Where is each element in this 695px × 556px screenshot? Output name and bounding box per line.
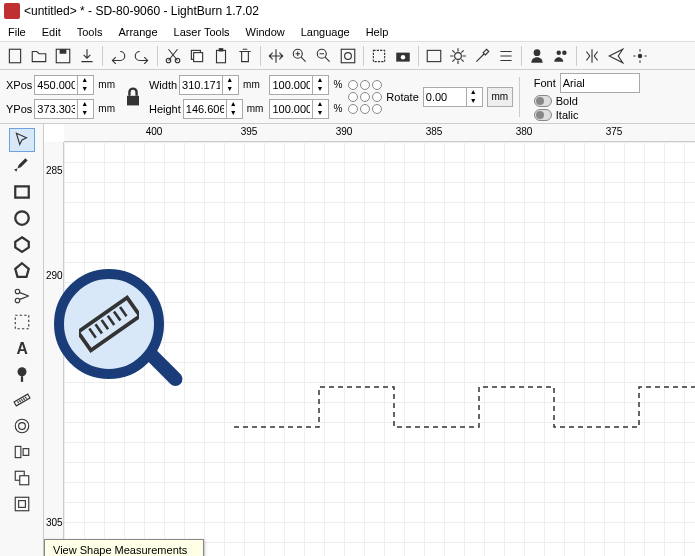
menu-help[interactable]: Help	[366, 26, 389, 38]
height-label: Height	[149, 103, 181, 115]
mirror-icon[interactable]	[581, 45, 603, 67]
svg-point-29	[17, 367, 26, 376]
window-title: <untitled> * - SD-80-9060 - LightBurn 1.…	[24, 4, 259, 18]
rect-tool[interactable]	[9, 180, 35, 204]
paste-icon[interactable]	[210, 45, 232, 67]
text-tool[interactable]: A	[9, 336, 35, 360]
menu-language[interactable]: Language	[301, 26, 350, 38]
ypos-input[interactable]: ▲▼	[34, 99, 94, 119]
font-select[interactable]	[560, 73, 640, 93]
svg-point-25	[15, 298, 20, 303]
pan-icon[interactable]	[265, 45, 287, 67]
italic-toggle[interactable]	[534, 109, 552, 121]
ruler-icon	[79, 294, 139, 354]
user-icon[interactable]	[526, 45, 548, 67]
undo-icon[interactable]	[107, 45, 129, 67]
svg-rect-39	[79, 298, 139, 351]
svg-rect-13	[373, 50, 384, 61]
svg-rect-6	[194, 52, 203, 61]
xpos-input[interactable]: ▲▼	[34, 75, 94, 95]
svg-point-32	[18, 423, 25, 430]
menu-file[interactable]: File	[8, 26, 26, 38]
open-icon[interactable]	[28, 45, 50, 67]
svg-rect-36	[19, 476, 28, 485]
canvas[interactable]: 400 395 390 385 380 375 370 285 290 305 …	[44, 124, 695, 556]
rotate-input[interactable]: ▲▼	[423, 87, 483, 107]
title-bar: <untitled> * - SD-80-9060 - LightBurn 1.…	[0, 0, 695, 22]
tools-icon[interactable]	[471, 45, 493, 67]
bold-toggle[interactable]	[534, 95, 552, 107]
pin-tool[interactable]	[9, 362, 35, 386]
scale-y-input[interactable]: ▲▼	[269, 99, 329, 119]
svg-point-31	[15, 419, 29, 433]
send-icon[interactable]	[605, 45, 627, 67]
xpos-label: XPos	[6, 79, 32, 91]
ypos-label: YPos	[6, 103, 32, 115]
pentagon-tool[interactable]	[9, 258, 35, 282]
svg-rect-11	[341, 49, 355, 63]
copy-tool[interactable]	[9, 466, 35, 490]
outline-tool[interactable]	[9, 414, 35, 438]
list-icon[interactable]	[495, 45, 517, 67]
group-tool[interactable]	[9, 492, 35, 516]
delete-icon[interactable]	[234, 45, 256, 67]
mm-button[interactable]: mm	[487, 87, 513, 107]
anchor-selector[interactable]	[348, 80, 382, 114]
tooltip-title: View Shape Measurements (Alt + M)	[53, 544, 195, 556]
svg-rect-22	[127, 95, 139, 105]
svg-point-15	[401, 54, 406, 59]
measure-tool[interactable]	[9, 388, 35, 412]
magnifier-callout: View Shape Measurements (Alt + M) Click …	[54, 269, 204, 419]
preview-icon[interactable]	[423, 45, 445, 67]
svg-rect-16	[427, 50, 441, 61]
explode-icon[interactable]	[629, 45, 651, 67]
svg-point-18	[534, 49, 541, 56]
svg-rect-38	[18, 501, 25, 508]
svg-rect-34	[23, 449, 29, 456]
import-icon[interactable]	[76, 45, 98, 67]
main-toolbar	[0, 42, 695, 70]
camera-icon[interactable]	[392, 45, 414, 67]
zoom-fit-icon[interactable]	[337, 45, 359, 67]
zoom-out-icon[interactable]	[313, 45, 335, 67]
rotate-label: Rotate	[386, 91, 418, 103]
svg-rect-7	[217, 50, 226, 62]
new-icon[interactable]	[4, 45, 26, 67]
unit-mm: mm	[98, 79, 115, 90]
scissors-tool[interactable]	[9, 284, 35, 308]
drawn-shape	[234, 382, 695, 442]
menu-edit[interactable]: Edit	[42, 26, 61, 38]
cut-icon[interactable]	[162, 45, 184, 67]
menu-window[interactable]: Window	[246, 26, 285, 38]
menu-tools[interactable]: Tools	[77, 26, 103, 38]
pencil-tool[interactable]	[9, 154, 35, 178]
node-tool[interactable]	[9, 310, 35, 334]
menu-arrange[interactable]: Arrange	[118, 26, 157, 38]
circle-tool[interactable]	[9, 206, 35, 230]
save-icon[interactable]	[52, 45, 74, 67]
redo-icon[interactable]	[131, 45, 153, 67]
svg-point-24	[15, 211, 29, 225]
height-input[interactable]: ▲▼	[183, 99, 243, 119]
align-tool[interactable]	[9, 440, 35, 464]
svg-point-26	[15, 289, 20, 294]
ruler-horizontal: 400 395 390 385 380 375 370	[64, 124, 695, 142]
selection-icon[interactable]	[368, 45, 390, 67]
svg-point-19	[557, 50, 562, 55]
gear-icon[interactable]	[447, 45, 469, 67]
svg-text:A: A	[16, 340, 27, 357]
users-icon[interactable]	[550, 45, 572, 67]
width-input[interactable]: ▲▼	[179, 75, 239, 95]
side-toolbar: A	[0, 124, 44, 556]
properties-bar: XPos ▲▼ mm YPos ▲▼ mm Width ▲▼ mm Height…	[0, 70, 695, 124]
svg-point-17	[455, 52, 462, 59]
scale-x-input[interactable]: ▲▼	[269, 75, 329, 95]
lock-icon[interactable]	[121, 78, 145, 116]
app-icon	[4, 3, 20, 19]
polygon-tool[interactable]	[9, 232, 35, 256]
select-tool[interactable]	[9, 128, 35, 152]
tooltip: View Shape Measurements (Alt + M) Click …	[44, 539, 204, 556]
zoom-in-icon[interactable]	[289, 45, 311, 67]
copy-icon[interactable]	[186, 45, 208, 67]
menu-laser-tools[interactable]: Laser Tools	[174, 26, 230, 38]
